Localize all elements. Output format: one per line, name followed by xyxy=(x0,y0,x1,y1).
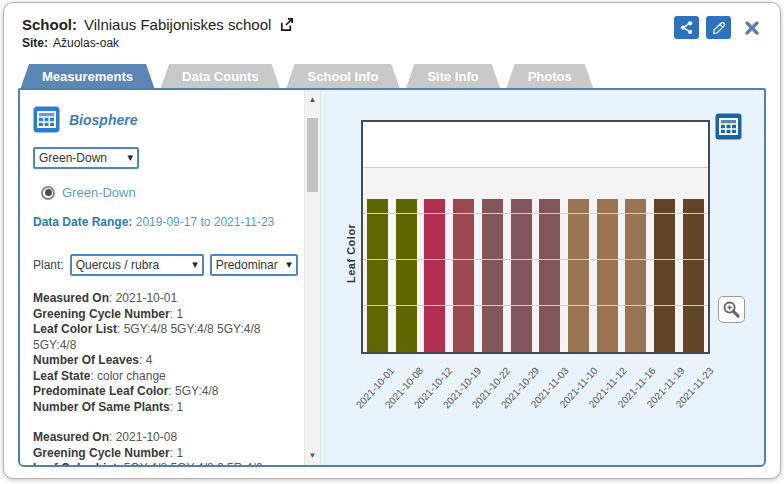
biosphere-header: Biosphere xyxy=(33,106,292,133)
magnifier-plus-icon[interactable] xyxy=(718,296,745,323)
chart-y-axis-label: Leaf Color xyxy=(345,224,357,283)
site-label: Site: xyxy=(22,36,48,50)
tab-photos[interactable]: Photos xyxy=(506,64,594,90)
date-range-label: Data Date Range: xyxy=(33,215,132,229)
tab-site-info[interactable]: Site Info xyxy=(405,64,500,90)
scrollbar-thumb[interactable] xyxy=(307,118,318,192)
close-icon[interactable] xyxy=(744,20,760,36)
chart-bar xyxy=(396,199,417,352)
measurement-field: Predominate Leaf Color: 5GY:4/8 xyxy=(33,384,292,400)
measurement-entry: Measured On: 2021-10-08Greening Cycle Nu… xyxy=(33,430,292,465)
chart-bar xyxy=(625,199,646,352)
green-down-radio-label: Green-Down xyxy=(62,185,136,200)
measurement-field: Leaf State: color change xyxy=(33,369,292,385)
open-external-icon[interactable] xyxy=(278,17,295,33)
measurement-field: Measured On: 2021-10-08 xyxy=(33,430,292,446)
school-name: Vilniaus Fabijoniskes school xyxy=(84,16,271,33)
chart-bar xyxy=(453,199,474,352)
pencil-icon[interactable] xyxy=(706,16,731,39)
tab-data-counts[interactable]: Data Counts xyxy=(160,64,281,90)
chart-x-labels: 2021-10-012021-10-082021-10-122021-10-19… xyxy=(361,360,710,440)
chevron-down-icon: Predominant xyxy=(210,254,298,276)
chevron-down-icon: Quercus / rubra xyxy=(70,254,204,276)
measurement-field: Leaf Color List: 5GY:4/8 5GY:4/8 5GY:4/8… xyxy=(33,322,292,353)
green-down-radio[interactable] xyxy=(41,186,55,200)
protocol-select[interactable]: Green-Down xyxy=(33,147,139,169)
table-grid-icon xyxy=(33,106,60,133)
leaf-color-chart: Leaf Color 2021-10-012021-10-082021-10-1… xyxy=(321,90,764,465)
chart-bar xyxy=(683,199,704,352)
measurement-field: Number Of Leaves: 4 xyxy=(33,353,292,369)
chart-bar xyxy=(482,199,503,352)
share-icon[interactable] xyxy=(674,16,699,39)
chart-bar xyxy=(568,199,589,352)
plant-select[interactable]: Quercus / rubra xyxy=(70,254,204,276)
measurement-field: Measured On: 2021-10-01 xyxy=(33,291,292,307)
chart-bar xyxy=(539,199,560,352)
school-site-dialog: School: Vilniaus Fabijoniskes school xyxy=(3,2,781,479)
chart-bar xyxy=(424,199,445,352)
scroll-up-arrow-icon[interactable]: ▲ xyxy=(305,95,320,104)
site-row: Site: Ažuolas-oak xyxy=(4,36,780,56)
gridline xyxy=(363,167,708,168)
table-grid-icon[interactable] xyxy=(715,113,742,144)
biosphere-title: Biosphere xyxy=(69,112,137,128)
predominant-select[interactable]: Predominant xyxy=(210,254,298,276)
measurement-field: Leaf Color List: 5GY:4/8 5GY:4/8 2.5R:4/… xyxy=(33,461,292,465)
measurement-field: Greening Cycle Number: 1 xyxy=(33,307,292,323)
sidebar-scrollbar[interactable]: ▲ ▼ xyxy=(304,90,321,465)
data-date-range: Data Date Range: 2019-09-17 to 2021-11-2… xyxy=(33,215,292,229)
chart-plot xyxy=(361,120,710,354)
chart-bar xyxy=(367,199,388,352)
tab-measurements[interactable]: Measurements xyxy=(20,64,155,90)
measurements-panel: Biosphere Green-Down Green-Down Data Dat… xyxy=(18,88,766,467)
chart-bar xyxy=(511,199,532,352)
tab-bar: Measurements Data Counts School Info Sit… xyxy=(4,56,780,90)
school-label: School: xyxy=(22,16,77,33)
chevron-down-icon: Green-Down xyxy=(33,147,139,169)
gridline xyxy=(363,213,708,214)
gridline xyxy=(363,259,708,260)
measurement-field: Greening Cycle Number: 1 xyxy=(33,446,292,462)
date-range-value: 2019-09-17 to 2021-11-23 xyxy=(136,215,275,229)
chart-bar xyxy=(597,199,618,352)
measurement-field: Number Of Same Plants: 1 xyxy=(33,400,292,416)
measurement-list: Measured On: 2021-10-01Greening Cycle Nu… xyxy=(33,291,292,465)
chart-bar xyxy=(654,199,675,352)
chart-bars xyxy=(363,122,708,352)
measurements-sidebar: Biosphere Green-Down Green-Down Data Dat… xyxy=(20,90,304,465)
site-name: Ažuolas-oak xyxy=(53,36,119,50)
tab-school-info[interactable]: School Info xyxy=(286,64,401,90)
gridline xyxy=(363,305,708,306)
dialog-header: School: Vilniaus Fabijoniskes school xyxy=(4,3,780,36)
scroll-down-arrow-icon[interactable]: ▼ xyxy=(305,451,320,460)
measurement-entry: Measured On: 2021-10-01Greening Cycle Nu… xyxy=(33,291,292,415)
plant-label: Plant: xyxy=(33,258,64,272)
